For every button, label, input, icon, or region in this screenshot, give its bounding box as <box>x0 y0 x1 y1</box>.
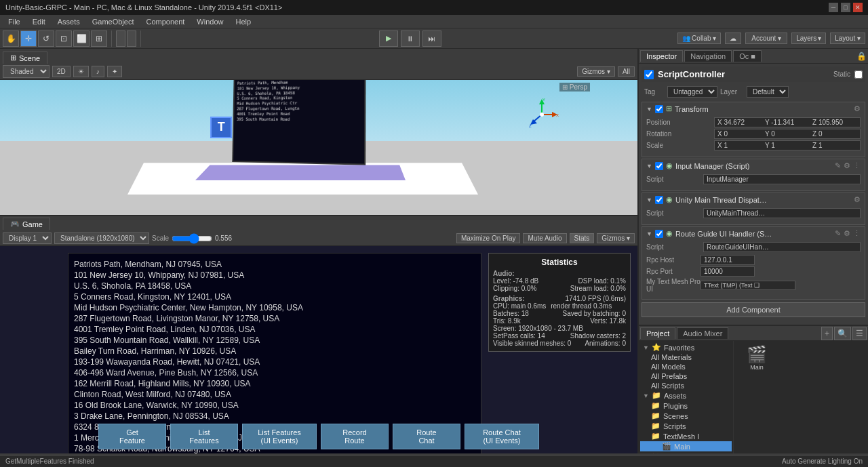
scripts-item[interactable]: 📁 Scripts <box>640 421 732 431</box>
gizmos-dropdown[interactable]: Gizmos ▾ <box>577 66 615 77</box>
play-controls: ▶ ⏸ ⏭ <box>145 31 675 47</box>
input-overflow-icon[interactable]: ⋮ <box>853 161 861 170</box>
play-button[interactable]: ▶ <box>379 31 398 47</box>
main-thread-header[interactable]: ▼ ◉ Unity Main Thread Dispat… ⚙ <box>646 195 861 204</box>
favorites-folder[interactable]: ▼ ⭐ Favorites <box>640 342 732 352</box>
textmesh-item[interactable]: 📁 TextMesh I <box>640 431 732 441</box>
scenes-item[interactable]: 📁 Scenes <box>640 411 732 421</box>
get-feature-button[interactable]: Get Feature <box>98 424 166 449</box>
route-guide-header[interactable]: ▼ ◉ Route Guide UI Handler (S… ✎ ⚙ ⋮ <box>646 229 861 238</box>
all-models-item[interactable]: All Models <box>640 362 732 371</box>
game-viewport[interactable]: Patriots Path, Mendham, NJ 07945, USA 10… <box>0 246 637 453</box>
rpc-port-input[interactable] <box>701 266 755 277</box>
record-route-button[interactable]: Record Route <box>321 424 389 449</box>
coord-button[interactable] <box>127 31 136 47</box>
scale-slider[interactable] <box>172 235 212 243</box>
menu-window[interactable]: Window <box>191 16 229 27</box>
transform-header[interactable]: ▼ ⊞ Transform ⚙ <box>646 104 861 113</box>
fx-toggle[interactable]: ✦ <box>107 66 122 77</box>
transform-tool[interactable]: ⊞ <box>91 31 107 47</box>
packages-folder[interactable]: ▶ 📁 Packages <box>640 451 732 453</box>
pivot-button[interactable] <box>116 31 125 47</box>
inspector-lock-icon[interactable]: 🔒 <box>856 52 867 61</box>
resolution-select[interactable]: Standalone (1920x1080) <box>54 232 149 244</box>
all-materials-item[interactable]: All Materials <box>640 352 732 362</box>
menu-help[interactable]: Help <box>230 16 256 27</box>
menu-component[interactable]: Component <box>140 16 190 27</box>
all-prefabs-item[interactable]: All Prefabs <box>640 371 732 381</box>
maximize-button[interactable]: □ <box>841 3 850 12</box>
rpc-host-input[interactable] <box>701 255 755 265</box>
transform-active[interactable] <box>655 105 663 113</box>
light-toggle[interactable]: ☀ <box>73 66 89 77</box>
all-scripts-item[interactable]: All Scripts <box>640 381 732 390</box>
main-item[interactable]: 🎬 Main <box>640 441 732 451</box>
close-button[interactable]: ✕ <box>853 3 863 12</box>
thread-settings-icon[interactable]: ⚙ <box>854 195 861 204</box>
mute-audio-btn[interactable]: Mute Audio <box>523 233 566 243</box>
transform-settings-icon[interactable]: ⚙ <box>854 104 861 113</box>
object-active-checkbox[interactable] <box>644 70 654 79</box>
layout-button[interactable]: Layout ▾ <box>830 33 865 44</box>
cloud-button[interactable]: ☁ <box>725 33 741 44</box>
route-chat-ui-button[interactable]: Route Chat (UI Events) <box>465 424 539 449</box>
input-edit-icon[interactable]: ✎ <box>835 161 841 170</box>
account-button[interactable]: Account ▾ <box>745 33 787 44</box>
project-menu-icon[interactable]: ☰ <box>852 327 867 340</box>
display-select[interactable]: Display 1 <box>3 232 52 244</box>
tag-select[interactable]: Untagged <box>667 86 717 98</box>
occlusion-tab[interactable]: Oc ■ <box>733 50 762 62</box>
add-component-button[interactable]: Add Component <box>642 302 865 317</box>
route-overflow-icon[interactable]: ⋮ <box>853 229 861 238</box>
project-add-icon[interactable]: + <box>821 327 833 340</box>
collab-button[interactable]: 👥 Collab ▾ <box>677 33 721 44</box>
shading-mode-select[interactable]: Shaded <box>3 65 50 78</box>
static-checkbox[interactable] <box>854 70 863 79</box>
menu-edit[interactable]: Edit <box>27 16 51 27</box>
route-item-10: 193-199 Wawayanda Road, Hewitt, NJ 07421… <box>74 357 475 367</box>
game-tab[interactable]: 🎮 Game <box>3 218 50 230</box>
route-item-13: Clinton Road, West Milford, NJ 07480, US… <box>74 389 475 400</box>
maximize-on-play-btn[interactable]: Maximize On Play <box>456 233 521 243</box>
hand-tool[interactable]: ✋ <box>3 31 19 47</box>
inspector-tab[interactable]: Inspector <box>640 50 683 62</box>
route-chat-button[interactable]: Route Chat <box>393 424 460 449</box>
thread-active[interactable] <box>655 196 663 204</box>
pause-button[interactable]: ⏸ <box>401 31 420 47</box>
route-edit-icon[interactable]: ✎ <box>835 229 841 238</box>
scene-tab[interactable]: ⊞ Scene <box>3 52 47 64</box>
rotate-tool[interactable]: ↺ <box>38 31 54 47</box>
route-active[interactable] <box>655 230 663 238</box>
rect-tool[interactable]: ⬜ <box>73 31 90 47</box>
list-features-ui-button[interactable]: List Features (UI Events) <box>242 424 317 449</box>
visible-skinned: Visible skinned meshes: 0 <box>493 340 571 347</box>
project-file-content: 🎬 Main <box>734 341 868 453</box>
route-settings-icon[interactable]: ⚙ <box>844 229 850 238</box>
2d-toggle[interactable]: 2D <box>52 66 71 77</box>
stats-btn[interactable]: Stats <box>570 233 595 243</box>
list-features-button[interactable]: List Features <box>170 424 238 449</box>
minimize-button[interactable]: ─ <box>829 3 838 12</box>
scene-viewport[interactable]: Patriots Path, Mendham101 New Jersey 10,… <box>0 80 637 215</box>
plugins-item[interactable]: 📁 Plugins <box>640 401 732 411</box>
assets-folder[interactable]: ▼ 📁 Assets <box>640 390 732 401</box>
project-search-icon[interactable]: 🔍 <box>834 327 851 340</box>
game-gizmos-btn[interactable]: Gizmos ▾ <box>597 233 635 243</box>
menu-assets[interactable]: Assets <box>52 16 85 27</box>
layers-button[interactable]: Layers ▾ <box>791 33 826 44</box>
menu-gameobject[interactable]: GameObject <box>87 16 140 27</box>
project-tab[interactable]: Project <box>640 327 675 339</box>
input-settings-icon[interactable]: ⚙ <box>844 161 850 170</box>
navigation-tab[interactable]: Navigation <box>684 50 732 62</box>
move-tool[interactable]: ✛ <box>20 31 37 47</box>
input-manager-header[interactable]: ▼ ◉ Input Manager (Script) ✎ ⚙ ⋮ <box>646 161 861 170</box>
main-scene-file[interactable]: 🎬 Main <box>736 344 777 372</box>
step-button[interactable]: ⏭ <box>422 31 441 47</box>
audio-toggle[interactable]: ♪ <box>92 66 104 77</box>
menu-file[interactable]: File <box>3 16 26 27</box>
audio-mixer-tab[interactable]: Audio Mixer <box>677 327 728 339</box>
layer-select[interactable]: Default <box>747 86 789 98</box>
all-button[interactable]: All <box>618 66 635 77</box>
input-active[interactable] <box>655 162 663 170</box>
scale-tool[interactable]: ⊡ <box>56 31 72 47</box>
